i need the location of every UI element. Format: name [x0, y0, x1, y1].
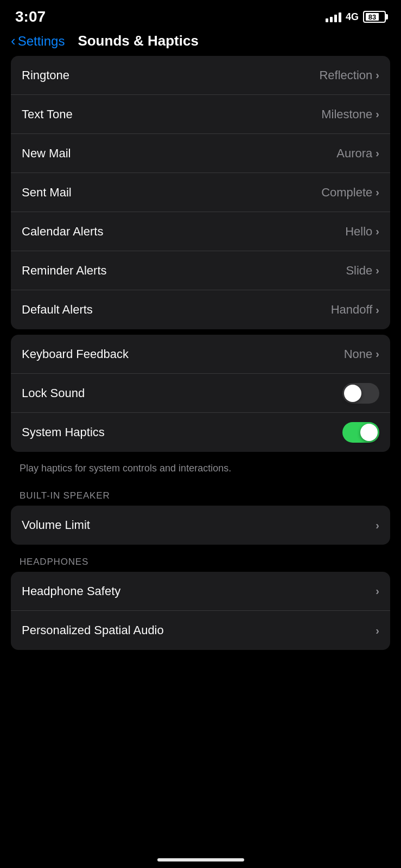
- battery-container: 83: [363, 11, 386, 23]
- back-button[interactable]: ‹ Settings: [11, 33, 65, 49]
- signal-bar-3: [334, 15, 337, 22]
- status-time: 3:07: [15, 8, 46, 25]
- personalized-spatial-audio-right: ›: [375, 624, 379, 637]
- keyboard-feedback-right: None ›: [344, 347, 379, 361]
- new-mail-label: New Mail: [22, 146, 71, 161]
- text-tone-label: Text Tone: [22, 107, 73, 122]
- personalized-spatial-audio-row[interactable]: Personalized Spatial Audio ›: [11, 611, 390, 650]
- keyboard-feedback-value: None: [344, 347, 373, 361]
- calendar-alerts-row[interactable]: Calendar Alerts Hello ›: [11, 212, 390, 251]
- home-indicator: [157, 858, 244, 861]
- ringtone-value: Reflection: [319, 68, 372, 82]
- sent-mail-right: Complete ›: [321, 186, 379, 200]
- built-in-speaker-section: Volume Limit ›: [11, 506, 390, 545]
- signal-bars-icon: [326, 11, 341, 22]
- status-bar: 3:07 4G 83: [0, 0, 401, 30]
- volume-limit-right: ›: [375, 519, 379, 532]
- lock-sound-label: Lock Sound: [22, 386, 85, 400]
- sent-mail-value: Complete: [321, 186, 372, 200]
- calendar-alerts-value: Hello: [345, 225, 372, 239]
- keyboard-feedback-row[interactable]: Keyboard Feedback None ›: [11, 335, 390, 374]
- calendar-alerts-right: Hello ›: [345, 225, 379, 239]
- default-alerts-chevron-icon: ›: [375, 304, 379, 316]
- default-alerts-label: Default Alerts: [22, 303, 93, 317]
- text-tone-row[interactable]: Text Tone Milestone ›: [11, 95, 390, 134]
- back-label: Settings: [18, 34, 65, 49]
- sent-mail-chevron-icon: ›: [375, 186, 379, 199]
- personalized-spatial-audio-chevron-icon: ›: [375, 624, 379, 637]
- calendar-alerts-label: Calendar Alerts: [22, 225, 103, 239]
- ringtone-label: Ringtone: [22, 68, 69, 82]
- signal-bar-4: [339, 12, 341, 22]
- personalized-spatial-audio-label: Personalized Spatial Audio: [22, 623, 164, 637]
- reminder-alerts-chevron-icon: ›: [375, 264, 379, 277]
- ringtone-chevron-icon: ›: [375, 69, 379, 81]
- system-haptics-toggle-thumb: [360, 424, 378, 441]
- headphone-safety-label: Headphone Safety: [22, 584, 120, 598]
- nav-header: ‹ Settings Sounds & Haptics: [0, 30, 401, 56]
- volume-limit-row[interactable]: Volume Limit ›: [11, 506, 390, 545]
- system-haptics-toggle[interactable]: [342, 422, 379, 443]
- battery-fill: 83: [366, 13, 379, 21]
- reminder-alerts-label: Reminder Alerts: [22, 264, 107, 278]
- keyboard-feedback-label: Keyboard Feedback: [22, 347, 129, 361]
- network-type: 4G: [346, 11, 359, 23]
- keyboard-feedback-chevron-icon: ›: [375, 348, 379, 360]
- new-mail-chevron-icon: ›: [375, 147, 379, 159]
- text-tone-value: Milestone: [321, 107, 372, 122]
- new-mail-right: Aurora ›: [336, 146, 379, 161]
- text-tone-chevron-icon: ›: [375, 108, 379, 120]
- page-title: Sounds & Haptics: [78, 33, 198, 49]
- calendar-alerts-chevron-icon: ›: [375, 225, 379, 238]
- feedback-section: Keyboard Feedback None › Lock Sound Syst…: [11, 335, 390, 452]
- volume-limit-label: Volume Limit: [22, 518, 90, 532]
- volume-limit-chevron-icon: ›: [375, 519, 379, 532]
- headphones-section-label: HEADPHONES: [0, 550, 401, 572]
- reminder-alerts-row[interactable]: Reminder Alerts Slide ›: [11, 251, 390, 290]
- headphone-safety-chevron-icon: ›: [375, 585, 379, 597]
- default-alerts-value: Handoff: [331, 303, 373, 317]
- back-chevron-icon: ‹: [11, 33, 16, 49]
- new-mail-value: Aurora: [336, 146, 372, 161]
- battery-level: 83: [368, 13, 376, 21]
- sounds-section: Ringtone Reflection › Text Tone Mileston…: [11, 56, 390, 329]
- ringtone-row[interactable]: Ringtone Reflection ›: [11, 56, 390, 95]
- headphones-section: Headphone Safety › Personalized Spatial …: [11, 572, 390, 650]
- new-mail-row[interactable]: New Mail Aurora ›: [11, 134, 390, 173]
- text-tone-right: Milestone ›: [321, 107, 379, 122]
- lock-sound-right: [342, 383, 379, 404]
- signal-bar-2: [330, 17, 333, 22]
- system-haptics-helper: Play haptics for system controls and int…: [0, 457, 401, 484]
- ringtone-right: Reflection ›: [319, 68, 379, 82]
- lock-sound-row[interactable]: Lock Sound: [11, 374, 390, 413]
- system-haptics-row[interactable]: System Haptics: [11, 413, 390, 452]
- system-haptics-right: [342, 422, 379, 443]
- lock-sound-toggle[interactable]: [342, 383, 379, 404]
- lock-sound-toggle-thumb: [344, 385, 361, 402]
- headphone-safety-row[interactable]: Headphone Safety ›: [11, 572, 390, 611]
- reminder-alerts-right: Slide ›: [346, 264, 379, 278]
- default-alerts-row[interactable]: Default Alerts Handoff ›: [11, 290, 390, 329]
- default-alerts-right: Handoff ›: [331, 303, 379, 317]
- headphone-safety-right: ›: [375, 585, 379, 597]
- sent-mail-row[interactable]: Sent Mail Complete ›: [11, 173, 390, 212]
- signal-bar-1: [326, 18, 328, 22]
- sent-mail-label: Sent Mail: [22, 186, 72, 200]
- system-haptics-label: System Haptics: [22, 425, 105, 439]
- battery-icon: 83: [363, 11, 386, 23]
- built-in-speaker-section-label: BUILT-IN SPEAKER: [0, 484, 401, 506]
- reminder-alerts-value: Slide: [346, 264, 372, 278]
- status-icons: 4G 83: [326, 11, 386, 23]
